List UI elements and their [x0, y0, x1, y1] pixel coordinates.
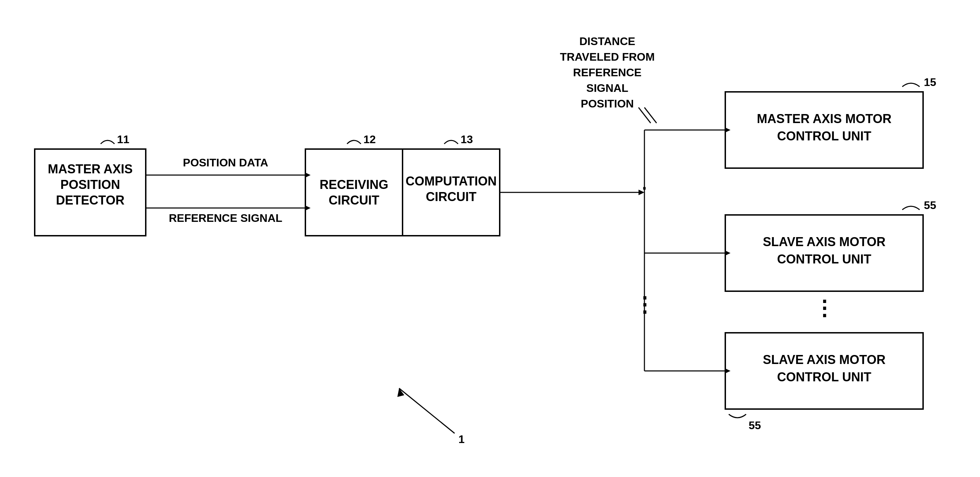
- slave-motor-control-label2: CONTROL UNIT: [777, 252, 871, 266]
- computation-circuit-label2: CIRCUIT: [426, 190, 476, 204]
- receiving-circuit-label2: CIRCUIT: [329, 193, 379, 207]
- ref-55-2: 55: [749, 419, 761, 432]
- slave-motor-control-label4: CONTROL UNIT: [777, 370, 871, 384]
- ellipsis-1: ⋮: [634, 293, 655, 317]
- master-motor-control-label2: CONTROL UNIT: [777, 129, 871, 143]
- slave-motor-control-label1: SLAVE AXIS MOTOR: [763, 235, 885, 249]
- distance-label-1: DISTANCE: [579, 35, 635, 48]
- position-data-label: POSITION DATA: [183, 156, 268, 169]
- master-motor-control-label: MASTER AXIS MOTOR: [757, 112, 891, 126]
- ref-15: 15: [924, 76, 936, 89]
- ref-55-1: 55: [924, 199, 936, 211]
- svg-line-15: [638, 108, 651, 123]
- distance-label-3: REFERENCE: [573, 66, 641, 79]
- master-position-detector-label3: DETECTOR: [56, 193, 124, 207]
- dots-on-line: ·: [642, 179, 647, 198]
- svg-line-13: [399, 388, 455, 433]
- distance-label-5: POSITION: [581, 97, 634, 110]
- distance-label-4: SIGNAL: [587, 82, 628, 94]
- distance-label-2: TRAVELED FROM: [560, 51, 654, 63]
- ref-11: 11: [117, 133, 129, 146]
- figure-number: 1: [458, 433, 465, 445]
- svg-line-16: [644, 108, 657, 123]
- ref-13: 13: [460, 133, 473, 146]
- reference-signal-label: REFERENCE SIGNAL: [169, 212, 282, 224]
- receiving-circuit-box: [305, 149, 402, 236]
- ref-12: 12: [363, 133, 376, 146]
- slave-motor-control-label3: SLAVE AXIS MOTOR: [763, 353, 885, 367]
- computation-circuit-label: COMPUTATION: [406, 174, 497, 188]
- receiving-circuit-label: RECEIVING: [320, 177, 388, 192]
- master-position-detector-label: MASTER AXIS: [48, 162, 133, 176]
- ellipsis-2: ⋮: [814, 297, 835, 320]
- master-position-detector-label2: POSITION: [60, 177, 120, 192]
- diagram-container: MASTER AXIS POSITION DETECTOR 11 RECEIVI…: [0, 0, 980, 477]
